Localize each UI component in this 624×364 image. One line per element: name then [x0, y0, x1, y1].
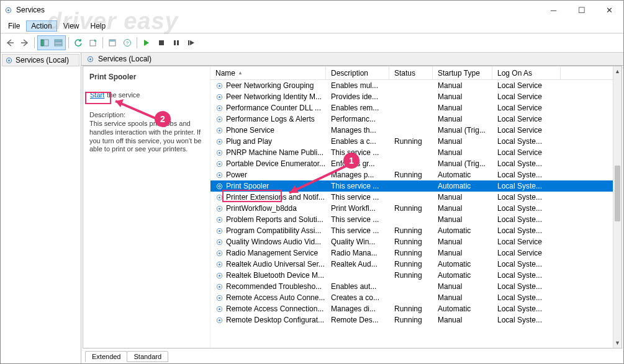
col-log-on-as[interactable]: Log On As [492, 66, 561, 79]
col-description[interactable]: Description [326, 66, 389, 79]
service-status-cell: Running [389, 271, 433, 280]
service-row[interactable]: Phone ServiceManages th...Manual (Trig..… [210, 125, 613, 136]
service-row[interactable]: Realtek Audio Universal Ser...Realtek Au… [210, 259, 613, 270]
service-row[interactable]: PowerManages p...RunningAutomaticLocal S… [210, 169, 613, 180]
service-desc-cell: Manages p... [326, 171, 389, 179]
description-label: Description: [89, 111, 204, 118]
service-list: Name▲ Description Status Startup Type Lo… [210, 66, 622, 348]
refresh-button[interactable] [71, 36, 85, 50]
service-name-cell: Portable Device Enumerator... [226, 159, 325, 168]
service-startup-cell: Manual [433, 115, 492, 123]
details-view-button[interactable] [52, 36, 65, 50]
service-status-cell: Running [389, 249, 433, 257]
svg-rect-2 [41, 40, 43, 46]
gear-icon [215, 272, 224, 280]
service-name-cell: Plug and Play [226, 137, 272, 146]
col-name[interactable]: Name▲ [210, 66, 326, 79]
service-row[interactable]: Realtek Bluetooth Device M...RunningAuto… [210, 270, 613, 281]
svg-point-17 [8, 59, 10, 61]
svg-rect-9 [109, 40, 115, 42]
gear-icon [215, 182, 224, 190]
scroll-thumb[interactable] [615, 166, 620, 221]
col-status[interactable]: Status [389, 66, 433, 79]
service-status-cell: Running [389, 204, 433, 213]
svg-point-47 [219, 229, 220, 231]
scroll-up-icon[interactable]: ▲ [613, 66, 622, 76]
service-row[interactable]: Remote Access Auto Conne...Creates a co.… [210, 292, 613, 303]
service-row[interactable]: Quality Windows Audio Vid...Quality Win.… [210, 236, 613, 247]
service-row[interactable]: Problem Reports and Soluti...This servic… [210, 214, 613, 225]
vertical-scrollbar[interactable]: ▲ ▼ [613, 66, 622, 348]
gear-icon [215, 316, 224, 324]
scroll-down-icon[interactable]: ▼ [613, 338, 622, 348]
service-row[interactable]: PNRP Machine Name Publi...This service .… [210, 147, 613, 158]
svg-point-29 [219, 129, 220, 131]
tree-root-item[interactable]: Services (Local) [2, 54, 79, 66]
toolbar-separator [137, 37, 137, 48]
service-status-cell: Running [389, 304, 433, 313]
right-pane: Services (Local) Print Spooler Start the… [81, 53, 623, 363]
gear-icon [5, 56, 13, 64]
service-name-cell: Remote Desktop Configurat... [226, 316, 324, 324]
service-row[interactable]: Performance Logs & AlertsPerformanc...Ma… [210, 113, 613, 125]
service-status-cell: Running [389, 137, 433, 146]
tab-extended[interactable]: Extended [85, 351, 127, 362]
service-row[interactable]: Portable Device Enumerator...Enforces gr… [210, 158, 613, 169]
svg-point-45 [219, 218, 220, 220]
service-row[interactable]: Program Compatibility Assi...This servic… [210, 225, 613, 236]
back-button[interactable] [3, 36, 17, 50]
menu-file[interactable]: File [3, 20, 25, 32]
maximize-button[interactable]: ☐ [567, 1, 595, 19]
service-row[interactable]: Remote Access Connection...Manages di...… [210, 303, 613, 314]
service-startup-cell: Automatic [433, 260, 492, 269]
service-desc-cell: Manages di... [326, 304, 389, 313]
service-desc-cell: Quality Win... [326, 237, 389, 246]
service-row[interactable]: Plug and PlayEnables a c...RunningManual… [210, 136, 613, 147]
minimize-button[interactable]: ─ [540, 1, 567, 19]
svg-rect-6 [55, 45, 62, 46]
service-startup-cell: Manual [433, 148, 492, 157]
service-logon-cell: Local Service [492, 237, 561, 246]
menu-view[interactable]: View [58, 20, 84, 32]
properties-button[interactable] [106, 36, 119, 50]
service-row[interactable]: Peer Networking Identity M...Provides id… [210, 91, 613, 102]
stop-service-button[interactable] [155, 36, 168, 50]
service-logon-cell: Local Syste... [492, 316, 561, 324]
menu-action[interactable]: Action [26, 20, 57, 32]
forward-button[interactable] [18, 36, 32, 50]
service-row[interactable]: Recommended Troublesho...Enables aut...M… [210, 281, 613, 292]
col-startup-type[interactable]: Startup Type [433, 66, 492, 79]
start-service-button[interactable] [140, 36, 153, 50]
service-desc-cell: This service ... [326, 226, 389, 235]
service-row[interactable]: Radio Management ServiceRadio Mana...Run… [210, 247, 613, 259]
service-startup-cell: Manual (Trig... [433, 126, 492, 135]
gear-icon [215, 216, 224, 224]
close-button[interactable]: ✕ [595, 1, 623, 19]
service-logon-cell: Local Service [492, 81, 561, 90]
restart-service-button[interactable] [184, 36, 198, 50]
service-row[interactable]: Performance Counter DLL ...Enables rem..… [210, 102, 613, 113]
svg-rect-5 [55, 42, 62, 44]
service-name-cell: Quality Windows Audio Vid... [226, 237, 321, 246]
service-desc-cell: This service ... [326, 193, 389, 202]
tab-standard[interactable]: Standard [127, 351, 168, 362]
show-hide-tree-button[interactable] [38, 36, 52, 50]
gear-icon [215, 294, 224, 302]
service-logon-cell: Local Syste... [492, 304, 561, 313]
service-logon-cell: Local Syste... [492, 204, 561, 213]
service-startup-cell: Manual [433, 293, 492, 302]
service-detail-pane: Print Spooler Start the service Descript… [83, 66, 210, 348]
export-button[interactable] [86, 36, 100, 50]
help-button[interactable]: ? [120, 36, 134, 50]
gear-icon [215, 82, 224, 90]
service-row[interactable]: Remote Desktop Configurat...Remote Des..… [210, 314, 613, 326]
service-desc-cell: Enables rem... [326, 104, 389, 112]
service-row[interactable]: Peer Networking GroupingEnables mul...Ma… [210, 80, 613, 91]
service-name-cell: Performance Logs & Alerts [226, 115, 315, 123]
service-row[interactable]: PrintWorkflow_b8ddaPrint Workfl...Runnin… [210, 203, 613, 214]
pause-service-button[interactable] [170, 36, 183, 50]
annotation-box-print-spooler [222, 190, 282, 202]
gear-icon [215, 149, 224, 157]
service-name-cell: Remote Access Auto Conne... [226, 293, 325, 302]
menu-help[interactable]: Help [86, 20, 111, 32]
